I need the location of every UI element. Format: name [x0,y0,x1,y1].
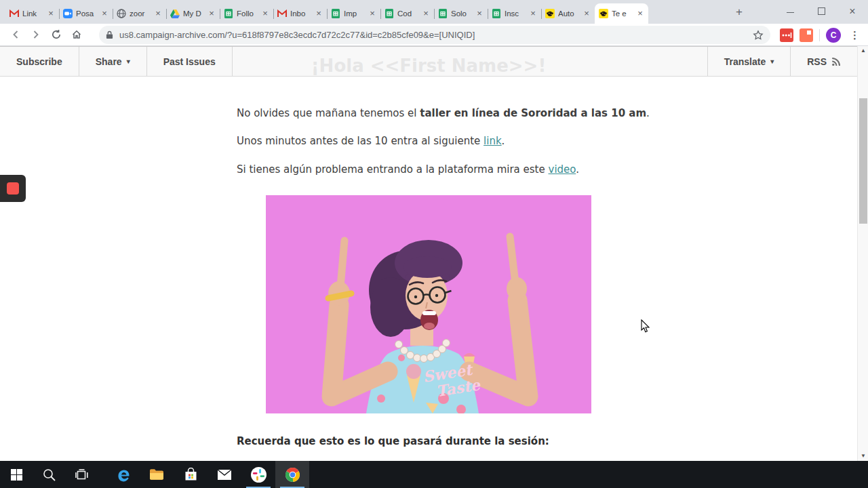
minimize-button[interactable] [774,0,806,22]
divider [819,29,820,41]
video-link[interactable]: video [549,163,576,176]
tab-title: Link [22,9,46,18]
file-explorer-taskbar-icon[interactable] [140,461,174,488]
browser-menu-icon[interactable]: ⋮ [847,29,863,41]
sheets-icon [437,9,448,19]
rss-icon [831,57,841,66]
web-page: ¡Hola <<First Name>>! Subscribe Share▾ P… [0,46,868,461]
browser-tab[interactable]: zoor × [113,3,166,24]
globe-icon [116,9,126,19]
tab-title: Auto [558,9,582,18]
tab-close-icon[interactable]: × [528,9,538,18]
browser-tab-active[interactable]: Te e × [595,3,648,24]
home-button[interactable] [66,25,87,44]
edge-taskbar-icon[interactable] [106,461,140,488]
store-taskbar-icon[interactable] [174,461,208,488]
screen: Link × Posa × zoor × My D × Follo × [0,0,868,488]
reload-button[interactable] [46,25,66,44]
tab-close-icon[interactable]: × [46,9,56,18]
start-button[interactable] [0,461,33,488]
browser-tab[interactable]: Imp × [327,3,380,24]
mail-taskbar-icon[interactable] [208,461,241,488]
tab-title: zoor [130,9,153,18]
tab-close-icon[interactable]: × [582,9,591,18]
browser-tab[interactable]: Solo × [434,3,488,24]
lock-icon [106,30,113,39]
tab-title: Imp [344,9,368,18]
tab-title: Inbo [290,9,314,18]
drive-icon [170,9,180,19]
translate-dropdown[interactable]: Translate▾ [707,47,791,76]
sheets-icon [330,9,340,19]
browser-tab[interactable]: Cod × [380,3,434,24]
paragraph-join: Unos minutos antes de las 10 entra al si… [237,135,630,147]
sheets-icon [223,9,233,19]
browser-tab[interactable]: Auto × [541,3,595,24]
zoom-icon [62,9,73,19]
paragraph-help: Si tienes algún problema entrando a la p… [237,163,630,176]
window-controls: × [774,0,868,24]
tab-close-icon[interactable]: × [368,9,377,18]
chevron-down-icon: ▾ [127,58,130,65]
slack-taskbar-icon[interactable] [241,461,275,488]
page-scrollbar[interactable]: ▲ ▼ [857,46,868,461]
profile-avatar[interactable]: C [826,28,841,43]
windows-taskbar: ESP 5:20 p. m. 23/08/2019 1 [0,461,868,488]
gmail-icon [9,9,19,19]
new-tab-button[interactable]: + [731,5,747,19]
task-view-button[interactable] [65,461,98,488]
hero-image-woman-pointing: Sweet Taste [266,195,591,413]
tab-title: Te e [612,9,635,18]
browser-tab[interactable]: Insc × [488,3,541,24]
rss-button[interactable]: RSS [791,47,857,76]
tab-close-icon[interactable]: × [153,9,163,18]
paragraph-reminder: No olvides que mañana tenemos el taller … [237,107,630,119]
extension-red-icon[interactable] [780,28,793,42]
tab-close-icon[interactable]: × [421,9,431,18]
browser-toolbar: us8.campaign-archive.com/?u=618f8797e8c3… [0,24,868,46]
tab-close-icon[interactable]: × [100,9,109,18]
browser-tab[interactable]: Link × [5,3,59,24]
record-stop-icon [7,182,19,195]
subscribe-button[interactable]: Subscribe [0,47,79,76]
tab-close-icon[interactable]: × [635,9,645,18]
tab-title: Solo [451,9,475,18]
tab-close-icon[interactable]: × [207,9,216,18]
workshop-highlight: taller en línea de Sororidad a las 10 am [420,107,646,119]
share-dropdown[interactable]: Share▾ [79,47,147,76]
meeting-link[interactable]: link [484,135,502,147]
tab-title: My D [183,9,207,18]
browser-tab[interactable]: Posa × [59,3,113,24]
scrollbar-thumb[interactable] [859,98,867,224]
close-window-button[interactable]: × [837,0,868,22]
gmail-icon [277,9,287,19]
sheets-icon [491,9,501,19]
header-spacer [233,47,707,76]
mailchimp-icon [545,9,555,19]
toolbar-right: C ⋮ [780,24,863,46]
tab-close-icon[interactable]: × [260,9,270,18]
tab-close-icon[interactable]: × [475,9,484,18]
tab-title: Insc [505,9,528,18]
tab-close-icon[interactable]: × [314,9,323,18]
mouse-cursor [641,319,650,336]
browser-tab[interactable]: Inbo × [273,3,327,24]
url-text[interactable]: us8.campaign-archive.com/?u=618f8797e8c3… [119,30,749,40]
feedback-widget-tab[interactable] [0,175,26,202]
chrome-taskbar-icon[interactable] [275,461,309,488]
closing-line: Recuerda que esto es lo que pasará duran… [237,435,549,447]
browser-tab[interactable]: Follo × [220,3,273,24]
forward-button[interactable] [26,25,46,44]
maximize-button[interactable] [806,0,837,22]
address-bar[interactable]: us8.campaign-archive.com/?u=618f8797e8c3… [99,26,770,44]
scroll-up-icon[interactable]: ▲ [858,46,868,56]
extension-orange-icon[interactable] [800,28,813,42]
scroll-down-icon[interactable]: ▼ [858,451,868,461]
browser-tab[interactable]: My D × [166,3,220,24]
back-button[interactable] [5,25,26,44]
bookmark-star-icon[interactable] [753,30,764,41]
past-issues-button[interactable]: Past Issues [147,47,233,76]
tab-title: Posa [76,9,100,18]
campaign-archive-header: Subscribe Share▾ Past Issues Translate▾ … [0,46,857,77]
search-button[interactable] [33,461,65,488]
